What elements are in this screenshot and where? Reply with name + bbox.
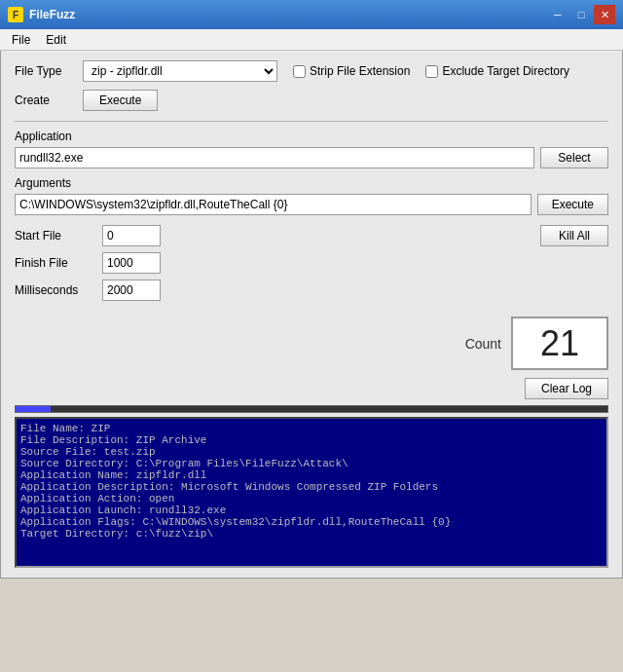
kill-all-button[interactable]: Kill All	[540, 225, 608, 246]
menu-bar: File Edit	[0, 29, 623, 51]
menu-edit[interactable]: Edit	[38, 31, 74, 49]
file-type-label: File Type	[15, 64, 83, 78]
count-value: 21	[511, 317, 608, 370]
application-row: Select	[15, 147, 608, 168]
title-bar-controls: ─ □ ✕	[547, 5, 615, 24]
application-section-label: Application	[15, 130, 608, 143]
params-and-buttons: Start File Finish File Milliseconds Kill…	[15, 225, 608, 307]
arguments-input[interactable]	[15, 194, 531, 215]
main-content: File Type zip - zipfldr.dll Strip File E…	[0, 51, 623, 579]
title-bar-title: FileFuzz	[29, 8, 547, 21]
arguments-execute-button[interactable]: Execute	[537, 194, 608, 215]
divider-1	[15, 121, 608, 122]
milliseconds-input[interactable]	[102, 280, 161, 301]
create-row: Create Execute	[15, 90, 608, 111]
start-file-input[interactable]	[102, 225, 161, 246]
file-type-select[interactable]: zip - zipfldr.dll	[83, 60, 277, 82]
finish-file-input[interactable]	[102, 252, 161, 274]
exclude-directory-checkbox[interactable]	[425, 65, 438, 78]
select-button[interactable]: Select	[540, 147, 608, 168]
finish-file-label: Finish File	[15, 256, 102, 270]
minimize-button[interactable]: ─	[547, 5, 568, 24]
clearlog-row: Clear Log	[15, 378, 608, 399]
params-right: Kill All	[540, 225, 608, 246]
milliseconds-row: Milliseconds	[15, 280, 540, 301]
start-file-row: Start File	[15, 225, 540, 246]
arguments-section-label: Arguments	[15, 176, 608, 190]
close-button[interactable]: ✕	[594, 5, 615, 24]
count-section: Count 21	[15, 317, 608, 370]
arguments-row: Execute	[15, 194, 608, 215]
maximize-button[interactable]: □	[570, 5, 592, 24]
application-input[interactable]	[15, 147, 534, 168]
menu-file[interactable]: File	[4, 31, 38, 49]
params-left: Start File Finish File Milliseconds	[15, 225, 540, 307]
milliseconds-label: Milliseconds	[15, 283, 102, 297]
create-execute-button[interactable]: Execute	[83, 90, 158, 111]
file-type-row: File Type zip - zipfldr.dll Strip File E…	[15, 60, 608, 82]
strip-extension-label[interactable]: Strip File Extension	[293, 64, 410, 78]
progress-bar-fill	[16, 406, 51, 412]
app-icon: F	[8, 7, 23, 22]
clear-log-button[interactable]: Clear Log	[525, 378, 608, 399]
log-content: File Name: ZIP File Description: ZIP Arc…	[20, 423, 603, 540]
progress-bar-container	[15, 405, 608, 413]
log-area[interactable]: File Name: ZIP File Description: ZIP Arc…	[15, 417, 608, 568]
strip-extension-checkbox[interactable]	[293, 65, 306, 78]
finish-file-row: Finish File	[15, 252, 540, 274]
start-file-label: Start File	[15, 229, 102, 243]
title-bar: F FileFuzz ─ □ ✕	[0, 0, 623, 29]
app-icon-letter: F	[13, 10, 18, 20]
create-label: Create	[15, 93, 83, 107]
exclude-directory-label[interactable]: Exclude Target Directory	[425, 64, 569, 78]
count-label: Count	[465, 336, 501, 352]
